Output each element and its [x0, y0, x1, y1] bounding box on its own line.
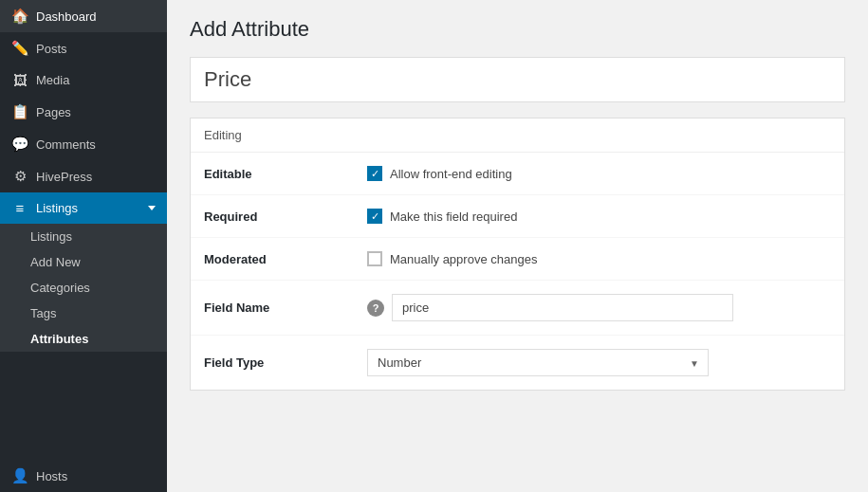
- sidebar-submenu-item-tags[interactable]: Tags: [0, 301, 167, 326]
- field-name-input[interactable]: [392, 294, 733, 321]
- name-input-wrap: [190, 57, 845, 102]
- hosts-icon: 👤: [11, 467, 28, 484]
- sidebar-arrow-icon: [148, 206, 156, 210]
- field-type-select-wrap: Number Text Date Checkbox Select ▼: [367, 349, 709, 376]
- sidebar-submenu-item-addnew[interactable]: Add New: [0, 249, 167, 275]
- field-row-fieldtype: Field Type Number Text Date Checkbox Sel…: [191, 336, 844, 390]
- field-label-fieldtype: Field Type: [204, 355, 356, 370]
- sidebar: 🏠 Dashboard ✏️ Posts 🖼 Media 📋 Pages 💬 C…: [0, 0, 167, 492]
- sidebar-item-label: Listings: [36, 201, 78, 215]
- field-type-select[interactable]: Number Text Date Checkbox Select: [367, 349, 709, 376]
- editing-section: Editing Editable ✓ Allow front-end editi…: [190, 118, 845, 391]
- field-control-editable: ✓ Allow front-end editing: [367, 166, 831, 181]
- sidebar-item-pages[interactable]: 📋 Pages: [0, 96, 167, 128]
- sidebar-item-label: Posts: [36, 42, 67, 56]
- listings-icon: ≡: [11, 200, 28, 216]
- checkmark-required: ✓: [371, 211, 379, 222]
- checkmark-editable: ✓: [371, 169, 379, 179]
- sidebar-item-label: HivePress: [36, 170, 92, 184]
- field-label-fieldname: Field Name: [204, 301, 356, 315]
- posts-icon: ✏️: [11, 40, 28, 57]
- comments-icon: 💬: [11, 136, 28, 153]
- sidebar-item-label: Media: [36, 73, 69, 87]
- sidebar-item-listings[interactable]: ≡ Listings: [0, 192, 167, 224]
- sidebar-submenu-item-attributes[interactable]: Attributes: [0, 326, 167, 352]
- media-icon: 🖼: [11, 72, 28, 88]
- field-row-fieldname: Field Name ?: [191, 281, 844, 336]
- field-label-editable: Editable: [204, 167, 356, 181]
- dashboard-icon: 🏠: [11, 8, 28, 25]
- sidebar-item-hivepress[interactable]: ⚙ HivePress: [0, 160, 167, 192]
- page-title: Add Attribute: [190, 17, 845, 42]
- help-icon-fieldname[interactable]: ?: [367, 300, 384, 317]
- sidebar-item-label: Comments: [36, 137, 96, 152]
- sidebar-item-hosts[interactable]: 👤 Hosts: [0, 460, 167, 492]
- field-row-moderated: Moderated ✓ Manually approve changes: [191, 238, 844, 281]
- sidebar-item-label: Hosts: [36, 469, 67, 483]
- field-label-required: Required: [204, 210, 356, 224]
- moderated-label: Manually approve changes: [390, 252, 537, 266]
- main-content: Add Attribute Editing Editable ✓ Allow f…: [167, 0, 868, 492]
- field-row-required: Required ✓ Make this field required: [191, 195, 844, 238]
- editable-label: Allow front-end editing: [390, 167, 512, 181]
- sidebar-submenu-listings: Listings Add New Categories Tags Attribu…: [0, 224, 167, 352]
- sidebar-item-label: Pages: [36, 105, 71, 119]
- field-control-required: ✓ Make this field required: [367, 209, 831, 224]
- field-control-moderated: ✓ Manually approve changes: [367, 251, 831, 266]
- sidebar-item-dashboard[interactable]: 🏠 Dashboard: [0, 0, 167, 32]
- sidebar-item-label: Dashboard: [36, 9, 97, 24]
- hivepress-icon: ⚙: [11, 168, 28, 185]
- checkbox-editable[interactable]: ✓: [367, 166, 382, 181]
- field-row-editable: Editable ✓ Allow front-end editing: [191, 153, 844, 195]
- pages-icon: 📋: [11, 103, 28, 120]
- sidebar-submenu-item-categories[interactable]: Categories: [0, 275, 167, 301]
- editing-section-header: Editing: [191, 118, 844, 153]
- field-control-fieldname: ?: [367, 294, 831, 321]
- checkbox-moderated[interactable]: ✓: [367, 251, 382, 266]
- checkbox-required[interactable]: ✓: [367, 209, 382, 224]
- required-label: Make this field required: [390, 210, 517, 224]
- sidebar-submenu-item-listings[interactable]: Listings: [0, 224, 167, 249]
- attribute-name-input[interactable]: [191, 58, 844, 101]
- field-control-fieldtype: Number Text Date Checkbox Select ▼: [367, 349, 831, 376]
- field-label-moderated: Moderated: [204, 252, 356, 266]
- sidebar-item-comments[interactable]: 💬 Comments: [0, 128, 167, 160]
- sidebar-item-media[interactable]: 🖼 Media: [0, 64, 167, 96]
- sidebar-item-posts[interactable]: ✏️ Posts: [0, 32, 167, 64]
